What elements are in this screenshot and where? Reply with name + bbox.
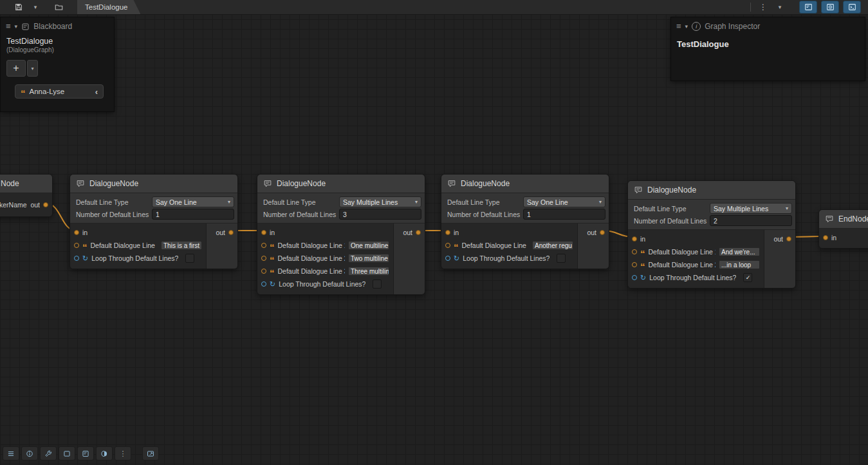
line-type-dropdown[interactable]: Say Multiple Lines ▾: [710, 203, 792, 214]
save-dropdown-button[interactable]: ▾: [28, 1, 43, 13]
line-type-dropdown[interactable]: Say Multiple Lines ▾: [339, 196, 421, 207]
in-port-row: in: [628, 232, 764, 245]
node-title-label: DialogueNode: [89, 179, 138, 188]
add-property-button[interactable]: +: [6, 60, 26, 77]
dialogue-line-port[interactable]: [632, 262, 637, 267]
dialogue-line-field[interactable]: Three multilin: [348, 267, 389, 276]
loop-icon: ↻: [270, 281, 275, 287]
blackboard-menu-icon[interactable]: ≡: [6, 23, 11, 30]
line-type-label: Default Line Type: [261, 198, 339, 206]
folder-icon: [54, 3, 64, 12]
toggle-preview-button[interactable]: [843, 1, 861, 14]
toggle-blackboard-bottom-button[interactable]: [77, 446, 94, 460]
dialogue-line-field[interactable]: Another regu: [532, 241, 573, 250]
loop-port[interactable]: [74, 256, 79, 261]
end-node-title: EndNode: [819, 210, 868, 229]
toggle-blackboard-button[interactable]: [799, 1, 817, 14]
speaker-node-title-label: Node: [1, 179, 19, 188]
num-lines-field[interactable]: 2: [710, 215, 792, 226]
more-options-dropdown[interactable]: ▾: [772, 1, 788, 13]
loop-checkbox[interactable]: [373, 280, 382, 289]
loop-checkbox[interactable]: ✓: [743, 273, 752, 282]
quote-icon: “: [270, 245, 275, 250]
dialogue-node-1[interactable]: DialogueNode Default Line Type Say One L…: [69, 174, 238, 269]
in-port[interactable]: [74, 230, 79, 235]
dialogue-node-4[interactable]: DialogueNode Default Line Type Say Multi…: [627, 180, 796, 289]
inspector-collapse-icon[interactable]: ▾: [685, 23, 688, 30]
graph-inspector-panel: ≡ ▾ i Graph Inspector TestDialogue: [670, 17, 865, 81]
dialogue-line-row: “ Default Dialogue Line 2 Two multiline: [257, 252, 393, 265]
graph-tab[interactable]: TestDialogue: [77, 0, 140, 14]
speaker-row-label: kerName: [0, 201, 27, 209]
dialogue-line-label: Default Dialogue Line 2: [649, 261, 716, 269]
out-port[interactable]: [786, 236, 791, 242]
blackboard-panel-icon: [804, 3, 813, 12]
in-port[interactable]: [632, 236, 637, 242]
info-icon: i: [692, 22, 701, 31]
dialogue-line-label: Default Dialogue Line: [91, 242, 155, 249]
toggle-inspector-button[interactable]: [821, 1, 839, 14]
speaker-out-port[interactable]: [43, 202, 48, 207]
blackboard-panel: ≡ ▾ Blackboard TestDialogue (DialogueGra…: [0, 17, 115, 112]
toggle-minimap-button[interactable]: [96, 446, 113, 460]
loop-label: Loop Through Default Lines?: [463, 254, 549, 262]
speaker-node[interactable]: Node kerName out: [0, 174, 53, 217]
dialogue-node-3[interactable]: DialogueNode Default Line Type Say One L…: [441, 174, 609, 269]
dialogue-line-field[interactable]: And we're...: [719, 247, 760, 256]
in-port[interactable]: [823, 235, 828, 240]
tools-button[interactable]: [40, 446, 57, 460]
line-type-label: Default Line Type: [445, 198, 523, 206]
loop-row: ↻ Loop Through Default Lines?: [441, 252, 577, 265]
bottom-toolbar: ⋮: [3, 446, 159, 460]
bottom-more-button[interactable]: ⋮: [115, 446, 131, 460]
dialogue-line-port[interactable]: [261, 269, 266, 274]
dropdown-arrow-icon: ▾: [599, 199, 602, 205]
out-port[interactable]: [600, 230, 605, 235]
dialogue-line-field[interactable]: Two multiline: [348, 254, 389, 263]
dialogue-line-field[interactable]: ...in a loop: [719, 260, 760, 269]
loop-row: ↻ Loop Through Default Lines?: [70, 252, 206, 265]
toggle-list-view-button[interactable]: [3, 446, 19, 460]
in-port[interactable]: [261, 230, 266, 235]
wrench-icon: [44, 450, 53, 458]
loop-row: ↻ Loop Through Default Lines? ✓: [628, 271, 764, 284]
num-lines-field[interactable]: 1: [152, 209, 234, 220]
loop-checkbox[interactable]: [557, 254, 566, 263]
add-property-dropdown[interactable]: ▾: [27, 60, 38, 77]
chevron-left-icon[interactable]: ‹: [95, 87, 98, 97]
out-port[interactable]: [416, 230, 421, 235]
loop-port[interactable]: [445, 256, 450, 261]
dialogue-node-2[interactable]: DialogueNode Default Line Type Say Multi…: [257, 174, 425, 295]
loop-icon: ↻: [640, 274, 646, 281]
loop-row: ↻ Loop Through Default Lines?: [257, 278, 393, 290]
blackboard-field-anna-lyse[interactable]: “ Anna-Lyse ‹: [15, 84, 104, 99]
num-lines-field[interactable]: 1: [523, 209, 605, 220]
frame-button[interactable]: [59, 446, 75, 460]
toggle-inspector-bottom-button[interactable]: [21, 446, 38, 460]
more-options-button[interactable]: ⋮: [755, 1, 771, 13]
inspector-menu-icon[interactable]: ≡: [676, 23, 681, 30]
dialogue-line-field[interactable]: One multiline: [348, 241, 389, 250]
in-port[interactable]: [445, 230, 450, 235]
line-type-dropdown[interactable]: Say One Line ▾: [152, 196, 234, 207]
dialogue-line-port[interactable]: [261, 256, 266, 261]
save-button[interactable]: [11, 1, 26, 13]
more-icon: ⋮: [120, 450, 127, 458]
open-asset-button[interactable]: [51, 1, 66, 13]
dialogue-line-port[interactable]: [445, 243, 450, 248]
loop-port[interactable]: [261, 281, 266, 287]
open-external-button[interactable]: [142, 446, 159, 460]
dialogue-line-port[interactable]: [74, 243, 79, 248]
end-node[interactable]: EndNode in: [818, 209, 868, 249]
blackboard-collapse-icon[interactable]: ▾: [15, 23, 18, 30]
dialogue-line-port[interactable]: [632, 249, 637, 254]
loop-checkbox[interactable]: [185, 254, 194, 263]
loop-port[interactable]: [632, 275, 637, 280]
out-port[interactable]: [228, 230, 234, 235]
dialogue-line-field[interactable]: This is a first: [161, 241, 202, 250]
quote-icon: “: [640, 251, 645, 256]
dialogue-line-port[interactable]: [261, 243, 266, 248]
dialogue-line-row: “ Default Dialogue Line 1 One multiline: [257, 239, 393, 252]
num-lines-field[interactable]: 3: [339, 209, 421, 220]
line-type-dropdown[interactable]: Say One Line ▾: [523, 196, 605, 207]
